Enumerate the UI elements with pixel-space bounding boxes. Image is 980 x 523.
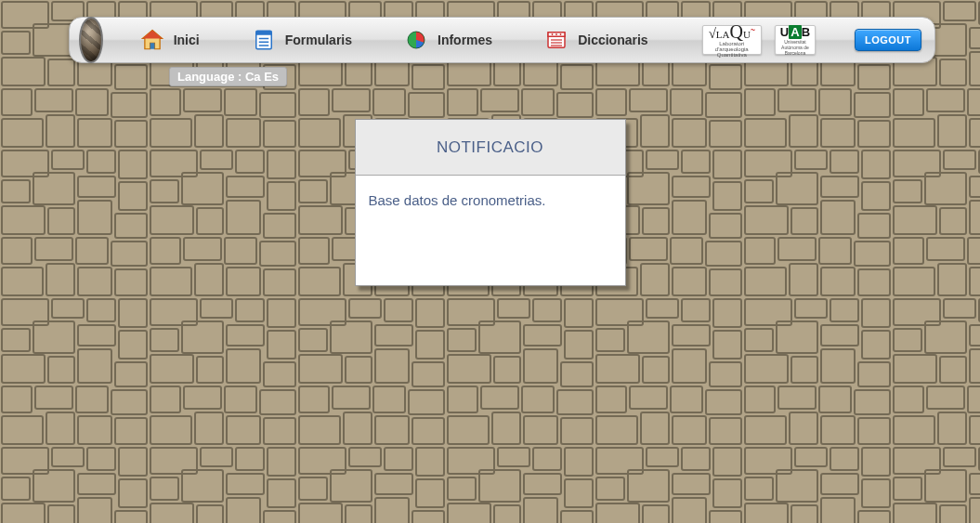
nav-reports[interactable]: Informes <box>393 22 503 58</box>
svg-rect-2 <box>150 43 154 49</box>
document-icon <box>252 28 276 52</box>
language-selector: Language : Ca Es <box>169 67 287 86</box>
nav-dictionaries[interactable]: Diccionaris <box>533 22 659 58</box>
calendar-list-icon <box>544 28 568 52</box>
logout-button[interactable]: LOGOUT <box>855 29 921 51</box>
svg-point-12 <box>552 33 554 35</box>
nav-home-label: Inici <box>174 33 200 47</box>
nav-forms[interactable]: Formularis <box>241 22 363 58</box>
top-nav-bar: Inici Formularis Informes <box>69 17 935 63</box>
notification-dialog: NOTIFICACIO Base datos de cronometrias. <box>355 119 626 286</box>
svg-rect-4 <box>255 31 271 35</box>
svg-marker-1 <box>142 30 162 38</box>
notification-title: NOTIFICACIO <box>356 120 625 176</box>
language-option-es[interactable]: Es <box>264 70 279 84</box>
nav-home[interactable]: Inici <box>129 22 211 58</box>
language-option-ca[interactable]: Ca <box>245 70 261 84</box>
nav-dictionaries-label: Diccionaris <box>578 33 647 47</box>
pie-chart-icon <box>404 28 428 52</box>
app-logo[interactable] <box>79 17 103 63</box>
language-prefix: Language : <box>177 70 245 84</box>
svg-point-14 <box>560 33 562 35</box>
laqu-badge[interactable]: √laQu˜ Laboratori d'arqueologia Quantita… <box>702 25 762 55</box>
svg-point-13 <box>555 33 557 35</box>
uab-badge[interactable]: UAB Universitat Autònoma de Barcelona <box>775 25 816 55</box>
nav-reports-label: Informes <box>438 33 492 47</box>
nav-forms-label: Formularis <box>285 33 352 47</box>
notification-body: Base datos de cronometrias. <box>356 176 625 285</box>
home-icon <box>140 28 164 52</box>
